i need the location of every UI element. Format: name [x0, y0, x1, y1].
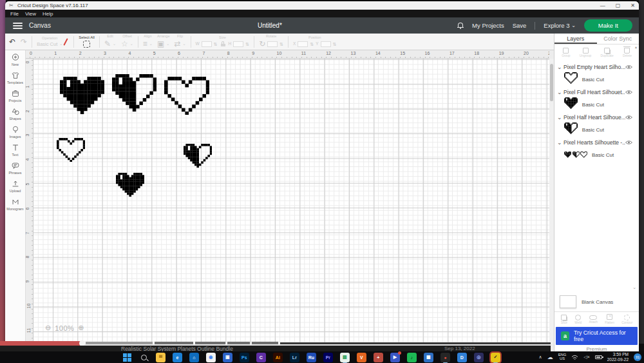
taskbar-app-photos[interactable]: ▣ — [223, 353, 232, 362]
operation-dropdown[interactable]: Basic Cut — [37, 42, 57, 47]
vertical-scrollbar-thumb[interactable] — [550, 64, 553, 101]
contour-button[interactable]: Contour — [621, 315, 632, 324]
group-button[interactable]: Group — [562, 48, 570, 57]
onedrive-cloud-icon[interactable]: ☁ — [547, 354, 553, 360]
flatten-button[interactable]: Flatten — [605, 315, 614, 324]
tab-color-sync[interactable]: Color Sync — [597, 34, 639, 44]
layer-visibility-eye-icon[interactable] — [625, 90, 632, 95]
layer-row[interactable]: ⌄Pixel Half Heart Silhoue... — [554, 111, 635, 123]
attach-button[interactable]: Attach — [589, 315, 598, 324]
cricut-access-banner[interactable]: a Try Cricut Access for free — [556, 327, 638, 345]
sidebar-item-text[interactable]: Text — [5, 143, 25, 157]
layer-name[interactable]: Pixel Hearts Silhouette -... — [564, 139, 625, 146]
taskbar-app-app-window[interactable]: ▦ — [424, 353, 433, 362]
sidebar-item-monogram[interactable]: Monogram — [5, 197, 25, 211]
rotate-field[interactable] — [267, 41, 278, 47]
layer-visibility-eye-icon[interactable] — [625, 64, 632, 70]
duplicate-button[interactable]: Duplicate — [601, 48, 614, 57]
wifi-icon[interactable] — [571, 355, 578, 360]
flip-group[interactable]: Flip ⇄⌄ — [174, 35, 185, 49]
layer-name[interactable]: Pixel Full Heart Silhouet... — [564, 89, 625, 95]
blank-canvas-row[interactable]: Blank Canvas — [560, 293, 636, 310]
zoom-in-icon[interactable]: ⊕ — [78, 324, 84, 332]
close-icon[interactable]: ✕ — [630, 2, 635, 10]
taskbar-app-photoshop[interactable]: Ps — [240, 353, 249, 362]
align-group[interactable]: Align ≡⌄ — [143, 35, 153, 49]
layer-cut-row[interactable]: Basic Cut — [554, 98, 635, 111]
ungroup-button[interactable]: Ungroup — [580, 48, 591, 57]
make-it-button[interactable]: Make It — [584, 19, 632, 32]
tab-layers[interactable]: Layers — [554, 34, 597, 44]
weld-button[interactable]: Weld — [574, 315, 582, 324]
save-link[interactable]: Save — [513, 22, 527, 29]
volume-muted-icon[interactable]: ◁× — [583, 355, 589, 360]
layer-name[interactable]: Pixel Half Heart Silhoue... — [564, 114, 625, 121]
hamburger-menu-icon[interactable] — [13, 23, 23, 29]
design-grid[interactable]: ⊖ 100% ⊕ — [33, 59, 549, 344]
arrange-group[interactable]: Arrange ▣⌄ — [157, 35, 170, 49]
layer-expand-chevron-icon[interactable]: ⌄ — [557, 89, 564, 95]
taskbar-app-checker[interactable]: ✓ — [491, 353, 500, 362]
lock-icon[interactable] — [221, 41, 225, 46]
sidebar-item-phrases[interactable]: Phrases — [5, 161, 25, 175]
canvas-object-full-heart[interactable] — [60, 77, 104, 117]
panel-collapse-icon[interactable]: ⌄ — [632, 285, 636, 290]
layer-visibility-eye-icon[interactable] — [625, 115, 632, 120]
layer-expand-chevron-icon[interactable]: ⌄ — [557, 114, 564, 121]
delete-button[interactable]: Delete — [623, 48, 632, 57]
bell-icon[interactable] — [457, 23, 464, 29]
taskbar-app-start[interactable] — [122, 353, 132, 362]
pen-color-tool[interactable] — [64, 38, 68, 46]
sidebar-item-shapes[interactable]: Shapes — [5, 107, 25, 121]
canvas-object-empty-heart[interactable] — [164, 77, 209, 117]
sidebar-item-new[interactable]: New — [5, 53, 25, 66]
taskbar-app-premiere[interactable]: Pr — [323, 353, 333, 362]
slice-button[interactable]: Slice — [561, 315, 567, 324]
layer-cut-row[interactable]: Basic Cut — [554, 123, 635, 136]
sidebar-item-upload[interactable]: Upload — [5, 179, 25, 193]
canvas-color-swatch[interactable] — [560, 295, 576, 308]
sidebar-item-projects[interactable]: Projects — [5, 89, 25, 103]
explore-dropdown[interactable]: Explore 3 ⌄ — [544, 22, 575, 29]
position-x-field[interactable] — [298, 41, 308, 47]
taskbar-app-edge[interactable]: e — [173, 353, 182, 362]
width-field[interactable] — [202, 41, 212, 47]
select-all-group[interactable]: Select All — [79, 35, 95, 48]
redo-icon[interactable]: ↷ — [21, 37, 27, 46]
tray-overflow-chevron-icon[interactable]: ∧ — [539, 355, 542, 360]
sidebar-item-images[interactable]: Images — [5, 125, 25, 139]
language-indicator[interactable]: ENGUS — [558, 353, 567, 361]
clock[interactable]: 3:59 PM 2022-09-22 — [607, 352, 629, 362]
height-field[interactable] — [233, 41, 243, 47]
window-title-bar[interactable]: ✂ Cricut Design Space v7.16.117 — ▢ ✕ — [5, 1, 639, 10]
taskbar-app-app-green[interactable]: ▤ — [340, 353, 350, 362]
taskbar-app-file-explorer[interactable]: ▀ — [156, 353, 166, 362]
canvas-object-empty-heart[interactable] — [57, 138, 85, 164]
layer-expand-chevron-icon[interactable]: ⌄ — [557, 139, 564, 146]
taskbar-app-app-ru[interactable]: Ru — [307, 353, 316, 362]
zoom-out-icon[interactable]: ⊖ — [45, 324, 51, 332]
taskbar-app-app-c[interactable]: C — [256, 353, 266, 362]
menu-help[interactable]: Help — [43, 11, 53, 17]
layer-cut-row[interactable]: Basic Cut — [554, 73, 635, 86]
menu-view[interactable]: View — [25, 11, 36, 17]
taskbar-app-app-orange[interactable]: V — [357, 353, 366, 362]
taskbar-app-app-video[interactable]: ▶ — [390, 353, 400, 362]
minimize-icon[interactable]: — — [600, 2, 605, 10]
taskbar-app-recorder[interactable]: ● — [440, 353, 450, 362]
taskbar-app-search[interactable] — [139, 353, 149, 362]
taskbar-app-lightroom[interactable]: Lr — [290, 353, 299, 362]
vertical-scrollbar[interactable] — [549, 59, 554, 344]
battery-icon[interactable] — [595, 355, 602, 359]
sidebar-item-templates[interactable]: Templates — [5, 71, 25, 84]
panel-scroll-up-icon[interactable]: ▴ — [635, 44, 637, 49]
maximize-icon[interactable]: ▢ — [616, 2, 621, 10]
offset-group[interactable]: Offset ☆⌄ — [121, 35, 133, 49]
taskbar-app-store[interactable]: ⌂ — [189, 353, 199, 362]
layer-cut-row[interactable]: Basic Cut — [554, 148, 635, 161]
canvas-object-half-heart[interactable] — [184, 144, 212, 170]
layer-row[interactable]: ⌄Pixel Hearts Silhouette -... — [554, 136, 635, 148]
menu-file[interactable]: File — [10, 11, 19, 17]
taskbar-app-chrome[interactable]: ◉ — [206, 353, 216, 362]
taskbar-app-illustrator[interactable]: Ai — [273, 353, 283, 362]
